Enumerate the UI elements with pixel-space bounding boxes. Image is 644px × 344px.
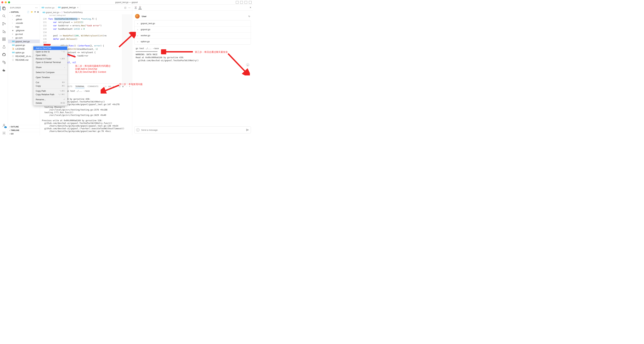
symbol-icon: ⬡ [61, 11, 63, 13]
panel-close-icon[interactable]: × [129, 85, 130, 87]
context-file-item[interactable]: ⌄worker.go [134, 32, 251, 38]
svg-point-19 [3, 124, 5, 125]
svg-rect-11 [4, 39, 5, 40]
split-editor-icon[interactable]: ◫ [124, 6, 126, 9]
activity-github-icon[interactable] [2, 52, 6, 57]
svg-marker-7 [3, 30, 5, 33]
codelens[interactable]: run test | debug test [48, 14, 122, 17]
context-menu-item[interactable]: Copy Relative Path⌥⇧⌘C [33, 93, 67, 96]
context-menu-item[interactable]: Select for Compare [33, 71, 67, 74]
activity-extensions-icon[interactable] [2, 37, 6, 41]
context-menu-item[interactable]: Delete⌘⌫ [33, 101, 67, 105]
context-menu-item[interactable]: Reveal in Finder⌥⌘R [33, 57, 67, 60]
go-icon: GO [42, 11, 45, 13]
outline-section[interactable]: ›OUTLINE [8, 125, 40, 128]
context-file-item[interactable]: ⌄gopool_test.go [134, 20, 251, 26]
folder-root-header[interactable]: ⌄ GOPOOL 📄 📁 ⟳ ⊟ [8, 10, 40, 13]
context-menu-item[interactable]: Rename...⏎ [33, 98, 67, 101]
context-menu-item[interactable]: Open in External Terminal [33, 60, 67, 64]
activity-source-control-icon[interactable] [2, 21, 6, 26]
context-menu-item[interactable]: Add to DevChat [33, 46, 67, 50]
activity-remote-icon[interactable] [2, 60, 6, 65]
tab-worker-go[interactable]: GOworker.go [40, 5, 56, 10]
tab-gopool-test-go[interactable]: GOgopool_test.go× [56, 5, 80, 10]
activity-search-icon[interactable] [2, 14, 6, 18]
tree-item[interactable]: ›logo [8, 25, 40, 28]
chat-input-field[interactable] [141, 129, 246, 131]
chat-close-icon[interactable]: × [250, 6, 251, 9]
window-minimize-button[interactable] [5, 1, 7, 3]
titlebar-layout-controls [236, 1, 252, 4]
layout-bottom-icon[interactable] [240, 1, 243, 4]
send-icon[interactable] [246, 128, 249, 131]
terminal-kill-icon[interactable]: 🗑 [122, 85, 124, 87]
minimap[interactable] [122, 14, 132, 83]
tree-item[interactable]: ›.chat [8, 14, 40, 17]
activity-explorer-icon[interactable] [2, 6, 6, 11]
svg-rect-10 [2, 39, 4, 40]
context-file-item[interactable]: ⌄option.go [134, 38, 251, 44]
explorer-title: EXPLORER [10, 7, 35, 9]
collapse-icon[interactable]: ⊟ [37, 11, 39, 13]
chat-input[interactable]: + [134, 126, 251, 133]
window-title: gopool_test.go — gopool [115, 1, 138, 3]
devchat-logo-icon: 🐰 [134, 6, 137, 9]
regenerate-icon[interactable]: ↻ [248, 15, 250, 17]
terminal-dropdown-icon[interactable]: ⌄ [116, 85, 117, 87]
activity-accounts-icon[interactable]: 1 [2, 123, 6, 128]
context-menu-item[interactable]: Open Timeline [33, 76, 67, 79]
svg-line-3 [4, 16, 5, 17]
titlebar: gopool_test.go — gopool [0, 0, 253, 5]
panel-tab-comments[interactable]: COMMENTS [88, 85, 98, 88]
svg-rect-12 [4, 38, 5, 39]
context-menu-item[interactable]: Share› [33, 65, 67, 69]
tree-item[interactable]: GOgopool_test.go [8, 39, 40, 43]
window-maximize-button[interactable] [8, 1, 10, 3]
tab-close-icon[interactable]: × [77, 6, 78, 9]
traffic-lights [1, 1, 10, 3]
context-file-item[interactable]: ⌄gopool.go [134, 26, 251, 32]
context-menu-item[interactable]: Open to the Si⌃⇧J [33, 50, 67, 53]
context-menu-item[interactable]: Cut⌘X [33, 81, 67, 84]
activity-run-debug-icon[interactable] [2, 29, 6, 34]
svg-point-5 [2, 24, 3, 25]
context-menu-item[interactable]: Copy⌘C [33, 84, 67, 88]
terminal-split-icon[interactable]: ◫ [119, 85, 120, 87]
chat-header: 🐰 🐰 × [132, 5, 253, 10]
activity-docker-icon[interactable] [2, 68, 6, 72]
tree-item[interactable]: ◆.gitignore [8, 28, 40, 32]
layout-custom-icon[interactable] [249, 1, 252, 4]
activity-testing-icon[interactable] [2, 44, 6, 49]
tree-item[interactable]: ›.vscode [8, 21, 40, 25]
svg-rect-16 [3, 70, 4, 70]
timeline-section[interactable]: ›TIMELINE [8, 128, 40, 132]
breadcrumb[interactable]: GO gopool_test.go › ⬡ TestGoPoolWithRetr… [40, 10, 132, 14]
context-menu-item[interactable]: Open With... [33, 53, 67, 57]
layout-left-icon[interactable] [236, 1, 238, 4]
activity-settings-icon[interactable] [2, 131, 6, 135]
go-section[interactable]: ›GO [8, 132, 40, 135]
scroll-down-icon[interactable]: ⌄ [246, 63, 250, 67]
tree-item[interactable]: ›.github [8, 17, 40, 21]
go-icon: GO [42, 7, 44, 8]
tree-item[interactable]: ≡go.mod [8, 32, 40, 36]
layout-right-icon[interactable] [244, 1, 247, 4]
panel-tab-terminal[interactable]: TERMINAL [75, 85, 84, 88]
svg-point-6 [4, 23, 5, 24]
refresh-icon[interactable]: ⟳ [34, 11, 36, 13]
add-context-icon[interactable]: + [136, 128, 140, 132]
devchat-logo-icon: 🐰 [138, 6, 142, 9]
explorer-more-icon[interactable]: ⋯ [35, 6, 38, 9]
context-menu-item[interactable]: Copy Path⌥⌘C [33, 89, 67, 93]
new-file-icon[interactable]: 📄 [27, 11, 29, 13]
svg-rect-14 [4, 62, 5, 64]
terminal-new-icon[interactable]: + [113, 85, 114, 87]
editor-more-icon[interactable]: ⋯ [128, 6, 130, 9]
terminal-shell-label[interactable]: zsh [108, 85, 111, 87]
window-close-button[interactable] [1, 1, 3, 3]
terminal-profile-icon[interactable]: ▷ [105, 85, 106, 87]
tree-item[interactable]: ≡go.sum [8, 36, 40, 39]
new-folder-icon[interactable]: 📁 [31, 11, 33, 13]
svg-rect-9 [2, 38, 4, 39]
panel-more-icon[interactable]: ⋯ [126, 85, 128, 87]
